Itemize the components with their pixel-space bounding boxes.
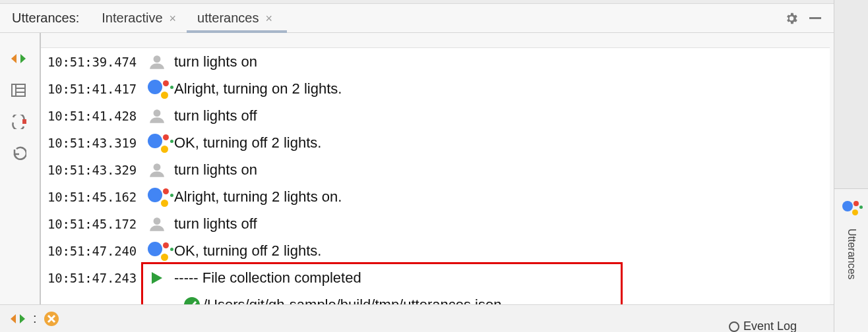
assistant-icon [142, 80, 171, 98]
tabbar: Utterances: Interactive × utterances × [0, 4, 834, 33]
log-text: turn lights on [171, 53, 257, 70]
log-row: 10:51:43.319 OK, turning off 2 lights. [41, 129, 830, 156]
user-icon [142, 53, 171, 70]
eventlog-label: Event Log [743, 319, 797, 332]
log-text: OK, turning off 2 lights. [171, 242, 321, 260]
tab-interactive[interactable]: Interactive × [91, 4, 187, 32]
log-panel[interactable]: 10:51:39.474 turn lights on 10:51:41.417… [41, 47, 830, 304]
timestamp: 10:51:45.172 [47, 217, 142, 231]
log-text: ----- File collection completed [171, 269, 361, 287]
timestamp: 10:51:43.319 [47, 136, 142, 150]
layout-button[interactable] [10, 82, 27, 99]
minimize-icon [809, 17, 821, 19]
footer-bar: : [0, 304, 834, 332]
left-toolbar [0, 33, 37, 304]
diff-icon [11, 312, 25, 325]
user-icon [142, 161, 171, 179]
refresh-button[interactable] [10, 113, 27, 130]
log-text: Alright, turning on 2 lights. [171, 80, 342, 97]
svg-marker-1 [20, 54, 26, 63]
diff-button-footer[interactable] [11, 312, 25, 325]
timestamp: 10:51:41.417 [47, 82, 142, 96]
svg-point-8 [154, 109, 161, 117]
undo-button[interactable] [10, 145, 27, 162]
svg-marker-11 [152, 272, 162, 284]
log-row: 10:51:47.243 ----- File collection compl… [41, 264, 830, 291]
log-row: 10:51:45.162 Alright, turning 2 lights o… [41, 183, 830, 210]
log-row: 10:51:39.474 turn lights on [41, 48, 830, 75]
log-text: turn lights off [171, 107, 257, 124]
eventlog-icon [729, 321, 739, 332]
user-icon [142, 215, 171, 233]
timestamp: 10:51:47.243 [47, 271, 142, 285]
assistant-icon [142, 242, 171, 260]
assistant-logo-icon [842, 201, 861, 219]
minimize-button[interactable] [803, 7, 827, 30]
close-icon[interactable]: × [170, 13, 177, 24]
gear-icon [784, 11, 799, 26]
tab-label: Interactive [102, 11, 162, 26]
timestamp: 10:51:47.240 [47, 244, 142, 258]
undo-icon [11, 146, 26, 161]
log-row: 10:51:47.240 OK, turning off 2 lights. [41, 237, 830, 264]
log-text: OK, turning off 2 lights. [171, 134, 321, 152]
assistant-icon [142, 188, 171, 206]
svg-marker-0 [11, 54, 16, 63]
svg-rect-6 [22, 119, 26, 124]
diff-button[interactable] [10, 50, 27, 67]
diff-icon [11, 52, 26, 65]
refresh-icon [11, 115, 26, 129]
event-log-link[interactable]: Event Log [729, 319, 797, 332]
log-text: turn lights on [171, 161, 257, 179]
timestamp: 10:51:39.474 [47, 55, 142, 69]
play-icon [142, 271, 171, 285]
timestamp: 10:51:45.162 [47, 190, 142, 204]
log-row: 10:51:41.417 Alright, turning on 2 light… [41, 75, 830, 102]
layout-icon [11, 84, 26, 97]
separator: : [32, 311, 37, 326]
svg-point-9 [154, 163, 161, 171]
user-icon [142, 107, 171, 124]
svg-marker-13 [11, 314, 16, 323]
tab-utterances[interactable]: utterances × [187, 4, 283, 32]
log-text: turn lights off [171, 215, 257, 233]
log-text: Alright, turning 2 lights on. [171, 188, 342, 206]
svg-point-7 [154, 55, 161, 63]
svg-point-10 [154, 217, 161, 225]
tab-label: utterances [197, 11, 259, 26]
sidebar-tab-utterances[interactable]: Utterances [834, 188, 868, 332]
log-row: 10:51:43.329 turn lights on [41, 156, 830, 183]
timestamp: 10:51:43.329 [47, 163, 142, 177]
svg-marker-14 [20, 314, 25, 323]
cancel-icon [44, 311, 59, 327]
settings-button[interactable] [780, 7, 803, 30]
assistant-icon [142, 134, 171, 152]
log-row: 10:51:45.172 turn lights off [41, 210, 830, 237]
cancel-button[interactable] [44, 311, 59, 327]
sidebar-label: Utterances [846, 229, 857, 279]
close-icon[interactable]: × [265, 13, 272, 24]
log-row: 10:51:41.428 turn lights off [41, 102, 830, 129]
panel-title: Utterances: [0, 11, 91, 26]
svg-rect-2 [12, 84, 25, 96]
timestamp: 10:51:41.428 [47, 109, 142, 123]
right-sidebar: Utterances [834, 0, 868, 332]
